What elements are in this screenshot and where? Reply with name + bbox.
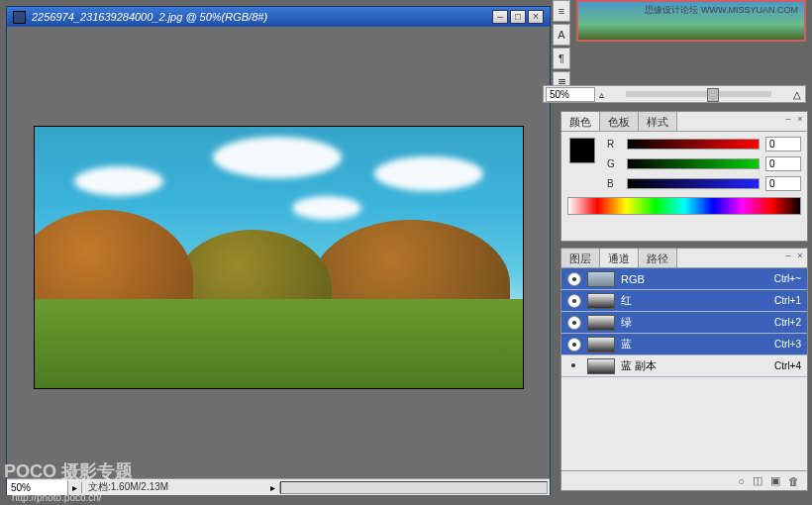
visibility-icon[interactable] bbox=[567, 272, 581, 286]
load-selection-icon[interactable]: ○ bbox=[738, 475, 745, 487]
watermark-logo: POCO 摄影专题 bbox=[4, 459, 133, 483]
channel-thumbnail bbox=[587, 358, 615, 374]
channel-list: RGBCtrl+~红Ctrl+1绿Ctrl+2蓝Ctrl+3蓝 副本Ctrl+4 bbox=[561, 268, 807, 377]
channel-thumbnail bbox=[587, 293, 615, 309]
maximize-button[interactable]: □ bbox=[510, 10, 526, 24]
foreground-swatch[interactable] bbox=[569, 138, 595, 163]
r-slider[interactable] bbox=[627, 139, 760, 150]
tab-layers[interactable]: 图层 bbox=[561, 249, 600, 267]
channel-name: 红 bbox=[621, 293, 774, 308]
channel-name: 蓝 副本 bbox=[621, 358, 774, 373]
zoom-out-icon[interactable]: ▵ bbox=[599, 89, 604, 100]
channel-shortcut: Ctrl+2 bbox=[774, 317, 801, 328]
b-slider[interactable] bbox=[627, 178, 760, 189]
color-ramp[interactable] bbox=[567, 197, 801, 215]
new-channel-icon[interactable]: ▣ bbox=[770, 474, 780, 487]
close-button[interactable]: × bbox=[528, 10, 544, 24]
channel-row[interactable]: RGBCtrl+~ bbox=[561, 268, 807, 290]
save-selection-icon[interactable]: ◫ bbox=[753, 474, 762, 487]
tool-icon[interactable]: ≡ bbox=[553, 0, 570, 22]
watermark-url: http://photo.poco.cn/ bbox=[12, 492, 102, 503]
zoom-in-icon[interactable]: △ bbox=[793, 89, 801, 100]
navigator-zoom-slider[interactable] bbox=[626, 91, 771, 97]
b-label: B bbox=[607, 178, 621, 189]
panel-minimize-icon[interactable]: – bbox=[783, 251, 793, 260]
options-strip: ≡ A ¶ ≣ bbox=[553, 0, 570, 95]
text-left-icon[interactable]: A bbox=[553, 24, 570, 46]
info-menu-button[interactable]: ▸ bbox=[266, 482, 280, 493]
channel-row[interactable]: 蓝Ctrl+3 bbox=[561, 334, 807, 355]
panel-minimize-icon[interactable]: – bbox=[783, 114, 793, 124]
navigator-zoom-field[interactable]: 50% bbox=[546, 87, 595, 102]
r-label: R bbox=[607, 139, 621, 150]
h-scrollbar[interactable] bbox=[280, 481, 548, 494]
visibility-icon[interactable] bbox=[567, 316, 581, 330]
visibility-icon[interactable] bbox=[567, 338, 581, 352]
navigator-zoom-bar: 50% ▵ △ bbox=[543, 85, 806, 103]
document-titlebar[interactable]: 2256974_231639284000_2.jpg @ 50%(RGB/8#)… bbox=[7, 7, 550, 27]
channel-shortcut: Ctrl+~ bbox=[774, 273, 801, 284]
text-center-icon[interactable]: ¶ bbox=[553, 48, 570, 69]
channel-row[interactable]: 红Ctrl+1 bbox=[561, 290, 807, 312]
panel-close-icon[interactable]: × bbox=[795, 114, 805, 124]
color-panel: –× 颜色 色板 样式 R 0 G 0 B 0 bbox=[560, 111, 808, 242]
navigator-thumbnail[interactable]: 思缘设计论坛 WWW.MISSYUAN.COM bbox=[576, 0, 806, 42]
app-icon bbox=[13, 11, 26, 24]
channel-thumbnail bbox=[587, 315, 615, 331]
panel-close-icon[interactable]: × bbox=[795, 251, 805, 260]
minimize-button[interactable]: – bbox=[492, 10, 508, 24]
channel-shortcut: Ctrl+3 bbox=[774, 339, 801, 350]
channel-shortcut: Ctrl+1 bbox=[774, 295, 801, 306]
zoom-menu-button[interactable]: ▸ bbox=[68, 482, 82, 493]
tab-channels[interactable]: 通道 bbox=[600, 249, 639, 267]
tab-styles[interactable]: 样式 bbox=[639, 112, 677, 131]
g-slider[interactable] bbox=[627, 158, 760, 169]
channels-panel: –× 图层 通道 路径 RGBCtrl+~红Ctrl+1绿Ctrl+2蓝Ctrl… bbox=[560, 248, 808, 491]
channel-thumbnail bbox=[587, 337, 615, 353]
tab-color[interactable]: 颜色 bbox=[561, 112, 600, 131]
tab-swatches[interactable]: 色板 bbox=[600, 112, 639, 131]
r-value[interactable]: 0 bbox=[765, 137, 801, 152]
channel-name: 绿 bbox=[621, 315, 774, 330]
channel-name: 蓝 bbox=[621, 337, 774, 352]
channel-panel-footer: ○ ◫ ▣ 🗑 bbox=[561, 470, 807, 490]
channel-row[interactable]: 绿Ctrl+2 bbox=[561, 312, 807, 334]
channel-thumbnail bbox=[587, 271, 615, 287]
delete-channel-icon[interactable]: 🗑 bbox=[788, 475, 799, 487]
color-panel-tabs: 颜色 色板 样式 bbox=[561, 112, 807, 132]
channel-row[interactable]: 蓝 副本Ctrl+4 bbox=[561, 355, 807, 377]
g-label: G bbox=[607, 158, 621, 169]
channel-shortcut: Ctrl+4 bbox=[774, 360, 801, 371]
document-title: 2256974_231639284000_2.jpg @ 50%(RGB/8#) bbox=[32, 11, 267, 23]
canvas-area[interactable] bbox=[7, 27, 550, 478]
image-canvas[interactable] bbox=[34, 126, 524, 389]
document-window: 2256974_231639284000_2.jpg @ 50%(RGB/8#)… bbox=[6, 6, 551, 495]
channels-panel-tabs: 图层 通道 路径 bbox=[561, 249, 807, 268]
tab-paths[interactable]: 路径 bbox=[639, 249, 677, 267]
channel-name: RGB bbox=[621, 273, 774, 285]
b-value[interactable]: 0 bbox=[765, 176, 801, 191]
g-value[interactable]: 0 bbox=[765, 156, 801, 171]
visibility-icon[interactable] bbox=[567, 359, 581, 373]
visibility-icon[interactable] bbox=[567, 294, 581, 308]
